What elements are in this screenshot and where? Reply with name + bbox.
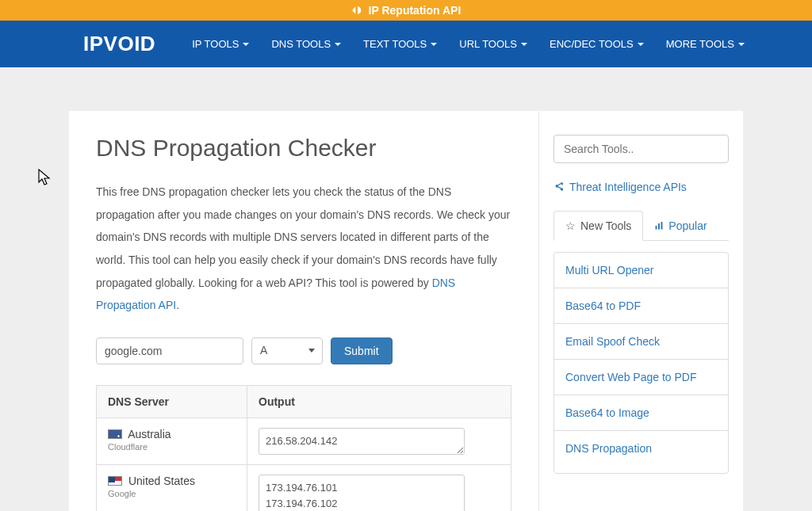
banner-label: IP Reputation API [369,4,462,17]
col-header-output: Output [247,386,511,418]
tool-item[interactable]: Email Spoof Check [554,324,728,360]
main-content: DNS Propagation Checker This free DNS pr… [69,111,539,511]
output-box[interactable]: 216.58.204.142 [259,428,465,455]
caret-icon [521,43,527,46]
cursor-icon [37,168,53,187]
svg-rect-0 [656,226,657,230]
record-type-select[interactable]: A [251,337,323,364]
tool-item[interactable]: Multi URL Opener [554,253,728,288]
server-provider: Google [108,489,236,498]
tool-list[interactable]: Multi URL Opener Base64 to PDF Email Spo… [553,252,729,474]
svg-rect-1 [658,223,660,230]
nav-text-tools[interactable]: TEXT TOOLS [352,21,448,67]
tool-item[interactable]: DNS Propagation [554,431,728,466]
submit-button[interactable]: Submit [331,337,393,364]
table-row: United States Google 173.194.76.101 173.… [97,465,511,511]
col-header-server: DNS Server [97,386,247,418]
chevron-down-icon [308,349,315,353]
server-country: United States [128,475,195,487]
caret-icon [738,43,745,46]
output-box[interactable]: 173.194.76.101 173.194.76.102 173.194.76… [259,475,465,511]
bullhorn-icon [351,5,362,16]
tool-item[interactable]: Convert Web Page to PDF [554,360,728,395]
sidebar-tabs: ☆ New Tools Popular [553,211,729,241]
results-table: DNS Server Output Australia Cloudflare 2… [96,385,511,511]
caret-icon [638,43,644,46]
caret-icon [243,43,249,46]
lookup-form: A Submit [96,337,511,364]
svg-rect-2 [661,222,663,230]
star-icon: ☆ [565,219,576,232]
flag-icon-au [108,429,122,439]
table-row: Australia Cloudflare 216.58.204.142 [97,418,511,465]
intro-text: This free DNS propagation checker lets y… [96,181,511,317]
tool-item[interactable]: Base64 to Image [554,395,728,431]
top-banner[interactable]: IP Reputation API [0,0,812,21]
nav-more-tools[interactable]: MORE TOOLS [655,21,756,67]
nav-url-tools[interactable]: URL TOOLS [448,21,538,67]
tool-item[interactable]: Base64 to PDF [554,288,728,324]
caret-icon [335,43,341,46]
page-container: DNS Propagation Checker This free DNS pr… [69,111,743,511]
nav-encdec-tools[interactable]: ENC/DEC TOOLS [538,21,655,67]
flag-icon-us [108,476,122,486]
server-provider: Cloudflare [108,442,236,452]
tab-new-tools[interactable]: ☆ New Tools [553,211,643,241]
caret-icon [431,43,437,46]
domain-input[interactable] [96,337,243,364]
share-icon [553,181,565,193]
server-country: Australia [128,428,170,440]
navbar: IPVOID IP TOOLS DNS TOOLS TEXT TOOLS URL… [0,21,812,67]
tab-popular[interactable]: Popular [643,211,718,240]
search-input[interactable] [553,135,729,163]
threat-intelligence-link[interactable]: Threat Intelligence APIs [553,181,687,193]
brand-logo[interactable]: IPVOID [83,32,155,56]
sidebar: Threat Intelligence APIs ☆ New Tools Pop… [539,111,743,511]
bar-chart-icon [654,221,664,231]
page-title: DNS Propagation Checker [96,135,511,162]
nav-ip-tools[interactable]: IP TOOLS [181,21,260,67]
nav-dns-tools[interactable]: DNS TOOLS [260,21,352,67]
